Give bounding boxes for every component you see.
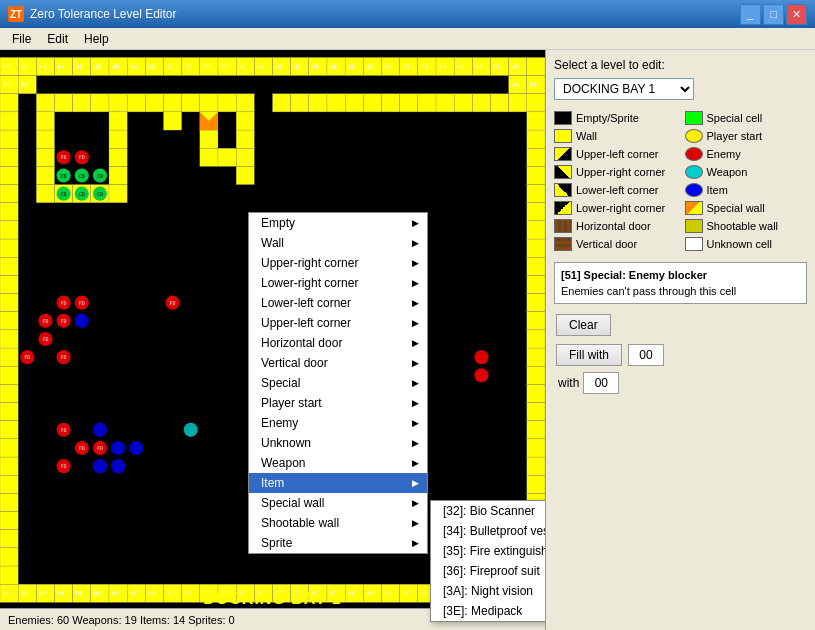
main-content: 4E4E4B 644E4E 4B644E 4E4E4E 4E4E4E 4E4E4…	[0, 50, 815, 630]
svg-rect-167	[472, 94, 490, 112]
legend-label-special-wall: Special wall	[707, 202, 765, 214]
ctx-special-wall[interactable]: Special wall ▶	[249, 493, 427, 513]
svg-rect-141	[200, 130, 218, 148]
svg-rect-135	[109, 112, 127, 130]
submenu-bioscan[interactable]: [32]: Bio Scanner	[431, 501, 545, 521]
svg-point-217	[111, 459, 125, 473]
svg-text:FD: FD	[79, 300, 85, 306]
ctx-arrow-12: ▶	[412, 458, 419, 468]
svg-rect-159	[327, 94, 345, 112]
legend-label-unknown: Unknown cell	[707, 238, 772, 250]
swatch-shootwall	[685, 219, 703, 233]
svg-rect-76	[0, 239, 18, 257]
ctx-weapon[interactable]: Weapon ▶	[249, 453, 427, 473]
ctx-item[interactable]: Item ▶	[249, 473, 427, 493]
ctx-lower-left[interactable]: Lower-left corner ▶	[249, 293, 427, 313]
ctx-hdoor[interactable]: Horizontal door ▶	[249, 333, 427, 353]
level-select[interactable]: DOCKING BAY 1	[554, 78, 694, 100]
legend-ll: Lower-left corner	[554, 182, 677, 198]
menu-help[interactable]: Help	[76, 30, 117, 48]
svg-rect-157	[291, 94, 309, 112]
legend-label-weapon: Weapon	[707, 166, 748, 178]
svg-rect-145	[200, 148, 218, 166]
ctx-sprite[interactable]: Sprite ▶	[249, 533, 427, 553]
svg-rect-125	[91, 94, 109, 112]
clear-button[interactable]: Clear	[556, 314, 611, 336]
level-dropdown[interactable]: DOCKING BAY 1	[554, 78, 807, 100]
svg-text:CD: CD	[61, 173, 67, 179]
legend-unknown: Unknown cell	[685, 236, 808, 252]
clear-section: Clear	[554, 312, 807, 338]
with-hex-input[interactable]	[583, 372, 619, 394]
svg-rect-162	[382, 94, 400, 112]
with-label: with	[558, 376, 579, 390]
legend-label-hdoor: Horizontal door	[576, 220, 651, 232]
svg-text:4E: 4E	[512, 81, 520, 88]
ctx-lower-right[interactable]: Lower-right corner ▶	[249, 273, 427, 293]
submenu-nightvis[interactable]: [3A]: Night vision	[431, 581, 545, 601]
svg-rect-144	[109, 148, 127, 166]
ctx-player-start[interactable]: Player start ▶	[249, 393, 427, 413]
ctx-upper-right[interactable]: Upper-right corner ▶	[249, 253, 427, 273]
ctx-arrow-3: ▶	[412, 278, 419, 288]
status-text: Enemies: 60 Weapons: 19 Items: 14 Sprite…	[8, 614, 235, 626]
maximize-button[interactable]: □	[763, 4, 784, 25]
svg-rect-164	[418, 94, 436, 112]
fill-with-button[interactable]: Fill with	[556, 344, 622, 366]
ctx-unknown[interactable]: Unknown ▶	[249, 433, 427, 453]
svg-rect-158	[309, 94, 327, 112]
ctx-arrow-0: ▶	[412, 218, 419, 228]
svg-rect-149	[109, 166, 127, 184]
svg-text:4E: 4E	[239, 63, 247, 70]
cell-info-title: [51] Special: Enemy blocker	[561, 269, 800, 281]
ctx-enemy[interactable]: Enemy ▶	[249, 413, 427, 433]
menu-edit[interactable]: Edit	[39, 30, 76, 48]
legend-wall: Wall	[554, 128, 677, 144]
swatch-weapon	[685, 165, 703, 179]
ctx-vdoor[interactable]: Vertical door ▶	[249, 353, 427, 373]
title-bar-left: ZT Zero Tolerance Level Editor	[8, 6, 177, 22]
svg-rect-130	[182, 94, 200, 112]
ctx-wall[interactable]: Wall ▶	[249, 233, 427, 253]
swatch-hdoor	[554, 219, 572, 233]
svg-text:4E: 4E	[330, 63, 338, 70]
svg-point-218	[184, 423, 198, 437]
svg-rect-78	[0, 275, 18, 293]
ctx-special[interactable]: Special ▶	[249, 373, 427, 393]
fill-hex-input[interactable]	[628, 344, 664, 366]
svg-rect-72	[0, 166, 18, 184]
ctx-empty[interactable]: Empty ▶	[249, 213, 427, 233]
svg-rect-93	[0, 548, 18, 566]
svg-rect-156	[273, 94, 291, 112]
svg-rect-123	[55, 94, 73, 112]
level-canvas-area[interactable]: 4E4E4B 644E4E 4B644E 4E4E4E 4E4E4E 4E4E4…	[0, 50, 545, 630]
svg-point-184	[474, 350, 488, 364]
svg-text:4E: 4E	[512, 63, 520, 70]
ctx-arrow-13: ▶	[412, 478, 419, 488]
legend-label-empty: Empty/Sprite	[576, 112, 639, 124]
ctx-upper-left[interactable]: Upper-left corner ▶	[249, 313, 427, 333]
svg-text:4E: 4E	[294, 63, 302, 70]
ctx-shootable-wall[interactable]: Shootable wall ▶	[249, 513, 427, 533]
menu-file[interactable]: File	[4, 30, 39, 48]
svg-rect-69	[0, 112, 18, 130]
svg-rect-80	[0, 312, 18, 330]
submenu-medipack[interactable]: [3E]: Medipack	[431, 601, 545, 621]
svg-text:64: 64	[130, 63, 138, 70]
svg-rect-115	[527, 457, 545, 475]
svg-rect-68	[0, 94, 18, 112]
svg-rect-71	[0, 148, 18, 166]
svg-rect-114	[527, 439, 545, 457]
submenu-bpvest[interactable]: [34]: Bulletproof vest	[431, 521, 545, 541]
svg-point-213	[93, 423, 107, 437]
svg-rect-142	[236, 130, 254, 148]
legend-label-ul: Upper-left corner	[576, 148, 659, 160]
swatch-ul	[554, 147, 572, 161]
submenu-firesuit[interactable]: [36]: Fireproof suit	[431, 561, 545, 581]
svg-rect-111	[527, 384, 545, 402]
submenu-fireext[interactable]: [35]: Fire extinguisher	[431, 541, 545, 561]
svg-text:64: 64	[403, 63, 411, 70]
minimize-button[interactable]: _	[740, 4, 761, 25]
close-button[interactable]: ✕	[786, 4, 807, 25]
svg-rect-87	[0, 439, 18, 457]
